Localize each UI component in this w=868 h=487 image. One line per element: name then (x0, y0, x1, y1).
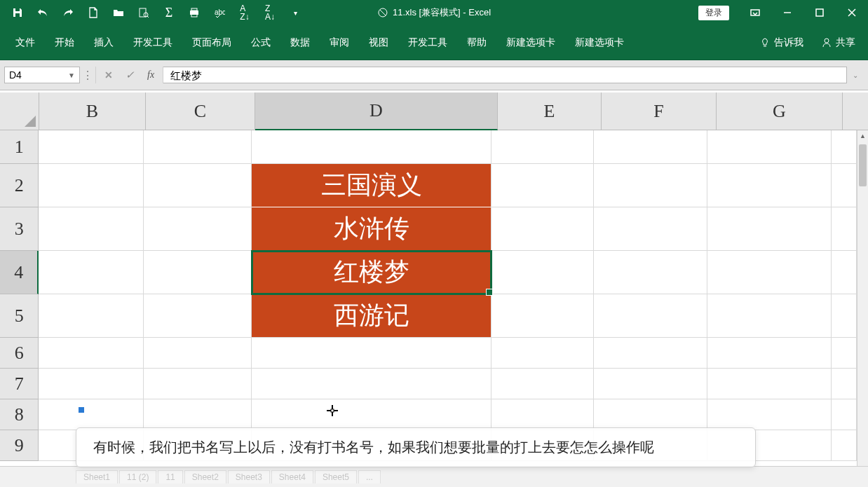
cell-G7[interactable] (707, 369, 832, 399)
row-header-9[interactable]: 9 (0, 430, 39, 461)
select-all-corner[interactable] (0, 92, 39, 130)
cell-G2[interactable] (707, 164, 832, 207)
tab-file[interactable]: 文件 (6, 31, 45, 55)
row-header-5[interactable]: 5 (0, 294, 39, 338)
tab-help[interactable]: 帮助 (457, 31, 496, 55)
autosum-icon[interactable]: Σ (158, 2, 179, 23)
tab-developer-2[interactable]: 开发工具 (398, 31, 457, 55)
redo-icon[interactable] (57, 2, 79, 23)
cell-F8[interactable] (594, 399, 707, 430)
sheet-tab[interactable]: 11 (158, 470, 182, 483)
row-header-3[interactable]: 3 (0, 207, 39, 251)
cell-E2[interactable] (491, 164, 594, 207)
cell-E4[interactable] (491, 251, 594, 294)
cell-D2[interactable]: 三国演义 (252, 164, 491, 207)
row-header-4[interactable]: 4 (0, 251, 39, 294)
enter-icon[interactable]: ✓ (126, 69, 135, 81)
cell-C2[interactable] (144, 164, 252, 207)
cell-C6[interactable] (144, 338, 252, 369)
cell-D7[interactable] (252, 369, 491, 399)
cell-C7[interactable] (144, 369, 252, 399)
cell-B2[interactable] (39, 164, 144, 207)
col-header-B[interactable]: B (39, 92, 146, 130)
cell-C5[interactable] (144, 294, 252, 338)
cell-B8[interactable] (39, 399, 144, 430)
sheet-tab[interactable]: Sheet2 (184, 470, 226, 483)
tab-custom-2[interactable]: 新建选项卡 (565, 31, 634, 55)
cell-F6[interactable] (594, 338, 707, 369)
print-icon[interactable] (184, 2, 205, 23)
cell-partial[interactable] (832, 130, 857, 164)
tab-page-layout[interactable]: 页面布局 (182, 31, 241, 55)
cell-G3[interactable] (707, 207, 832, 251)
maximize-icon[interactable] (803, 0, 836, 25)
cell-F3[interactable] (594, 207, 707, 251)
row-header-7[interactable]: 7 (0, 369, 39, 399)
cell-E7[interactable] (491, 369, 594, 399)
tab-formulas[interactable]: 公式 (241, 31, 280, 55)
cell-E8[interactable] (491, 399, 594, 430)
sheet-tab[interactable]: 11 (2) (119, 470, 156, 483)
cell-G4[interactable] (707, 251, 832, 294)
cell-partial[interactable] (832, 251, 857, 294)
cell-partial[interactable] (832, 430, 857, 461)
cell-G1[interactable] (707, 130, 832, 164)
tab-custom-1[interactable]: 新建选项卡 (496, 31, 565, 55)
cell-F4[interactable] (594, 251, 707, 294)
cell-C3[interactable] (144, 207, 252, 251)
undo-icon[interactable] (32, 2, 53, 23)
cell-E6[interactable] (491, 338, 594, 369)
cell-B3[interactable] (39, 207, 144, 251)
cell-G8[interactable] (707, 399, 832, 430)
sheet-tab[interactable]: Sheet5 (315, 470, 357, 483)
tab-data[interactable]: 数据 (280, 31, 320, 55)
cell-partial[interactable] (832, 164, 857, 207)
row-header-1[interactable]: 1 (0, 130, 39, 164)
open-icon[interactable] (108, 2, 129, 23)
close-icon[interactable] (836, 0, 868, 25)
cell-D5[interactable]: 西游记 (252, 294, 491, 338)
formula-input[interactable]: 红楼梦 (163, 67, 847, 83)
cell-partial[interactable] (832, 399, 857, 430)
cell-E3[interactable] (491, 207, 594, 251)
share-button[interactable]: 共享 (815, 31, 862, 55)
col-header-E[interactable]: E (498, 92, 602, 130)
col-header-partial[interactable] (843, 92, 868, 130)
row-header-2[interactable]: 2 (0, 164, 39, 207)
cell-G5[interactable] (707, 294, 832, 338)
tell-me-search[interactable]: 告诉我 (753, 31, 811, 55)
save-icon[interactable] (7, 2, 28, 23)
sort-asc-icon[interactable]: AZ↓ (234, 2, 255, 23)
ribbon-options-icon[interactable] (739, 0, 771, 25)
preview-icon[interactable] (133, 2, 154, 23)
row-header-6[interactable]: 6 (0, 338, 39, 369)
cell-E5[interactable] (491, 294, 594, 338)
cell-B4[interactable] (39, 251, 144, 294)
col-header-G[interactable]: G (717, 92, 843, 130)
col-header-F[interactable]: F (602, 92, 717, 130)
cell-partial[interactable] (832, 294, 857, 338)
cell-F5[interactable] (594, 294, 707, 338)
sort-desc-icon[interactable]: ZA↓ (259, 2, 280, 23)
row-header-8[interactable]: 8 (0, 399, 39, 430)
cell-B6[interactable] (39, 338, 144, 369)
cell-D4[interactable]: 红楼梦 (252, 251, 491, 294)
tab-insert[interactable]: 插入 (84, 31, 123, 55)
tab-developer[interactable]: 开发工具 (123, 31, 182, 55)
cell-E1[interactable] (491, 130, 594, 164)
sheet-tab[interactable]: ... (358, 470, 381, 483)
cell-B5[interactable] (39, 294, 144, 338)
scroll-up-icon[interactable]: ▲ (857, 130, 868, 142)
cell-partial[interactable] (832, 369, 857, 399)
login-button[interactable]: 登录 (698, 6, 729, 20)
name-box[interactable]: D4 ▼ (4, 67, 80, 83)
cell-C4[interactable] (144, 251, 252, 294)
cancel-icon[interactable]: ✕ (104, 69, 113, 81)
cell-F1[interactable] (594, 130, 707, 164)
sheet-tab[interactable]: Sheet3 (228, 470, 270, 483)
cell-D1[interactable] (252, 130, 491, 164)
cell-C1[interactable] (144, 130, 252, 164)
col-header-D[interactable]: D (255, 92, 498, 130)
cell-B1[interactable] (39, 130, 144, 164)
scrollbar-thumb[interactable] (859, 144, 867, 186)
